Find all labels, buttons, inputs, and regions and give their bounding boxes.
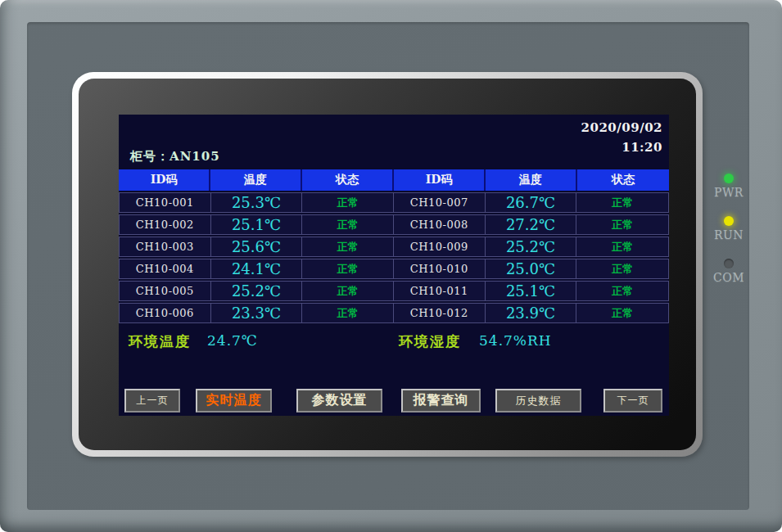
channel-status: 正常 [576, 237, 668, 256]
table-row: CH10-006 23.3℃ 正常 CH10-012 23.9℃ 正常 [119, 303, 669, 323]
channel-status: 正常 [302, 259, 394, 278]
environment-row: 环境温度 24.7℃ 环境湿度 54.7%RH [119, 331, 669, 354]
com-indicator: COM [713, 259, 744, 284]
col-header-temp-2: 温度 [486, 169, 577, 191]
run-led-label: RUN [714, 228, 744, 241]
col-header-status-2: 状态 [577, 169, 669, 191]
history-data-button[interactable]: 历史数据 [495, 389, 581, 413]
channel-id: CH10-003 [120, 237, 211, 256]
channel-id: CH10-007 [394, 193, 486, 212]
channel-temp: 25.6℃ [211, 237, 303, 256]
channel-temp: 25.2℃ [486, 237, 577, 256]
col-header-status-1: 状态 [302, 169, 394, 191]
param-settings-button[interactable]: 参数设置 [296, 389, 382, 413]
prev-page-button[interactable]: 上一页 [124, 389, 180, 413]
next-page-button[interactable]: 下一页 [603, 389, 662, 413]
channel-status: 正常 [302, 282, 394, 300]
table-row: CH10-005 25.2℃ 正常 CH10-011 25.1℃ 正常 [119, 281, 669, 301]
table-row: CH10-003 25.6℃ 正常 CH10-009 25.2℃ 正常 [119, 237, 669, 257]
col-header-id-1: ID码 [119, 169, 210, 191]
env-temp-label: 环境温度 [129, 332, 191, 351]
table-header-row: ID码 温度 状态 ID码 温度 状态 [119, 169, 669, 191]
channel-status: 正常 [576, 304, 668, 322]
pwr-led-label: PWR [714, 186, 744, 199]
channel-id: CH10-010 [394, 259, 486, 278]
channel-temp: 24.1℃ [211, 259, 303, 278]
channel-temp: 27.2℃ [486, 215, 577, 234]
channel-temp: 25.1℃ [211, 215, 303, 234]
channel-temp: 25.1℃ [486, 282, 577, 300]
env-humidity-label: 环境湿度 [399, 332, 461, 351]
channel-temp: 25.0℃ [486, 259, 577, 278]
channel-id: CH10-011 [394, 282, 486, 300]
channel-id: CH10-012 [394, 304, 486, 322]
table-row: CH10-004 24.1℃ 正常 CH10-010 25.0℃ 正常 [119, 259, 669, 279]
channel-temp: 23.3℃ [211, 304, 303, 322]
cabinet-label: 柜号：AN105 [130, 149, 220, 165]
alarm-query-button[interactable]: 报警查询 [401, 389, 481, 413]
channel-status: 正常 [302, 215, 394, 234]
pwr-led-icon [724, 174, 734, 183]
run-led-icon [724, 216, 734, 226]
channel-status: 正常 [576, 282, 668, 300]
channel-status: 正常 [302, 193, 394, 212]
channel-status: 正常 [576, 259, 668, 278]
channel-id: CH10-002 [120, 215, 211, 234]
hmi-device-frame: 2020/09/02 11:20 柜号：AN105 ID码 温度 状态 ID码 … [0, 0, 782, 532]
col-header-temp-1: 温度 [210, 169, 302, 191]
col-header-id-2: ID码 [394, 169, 486, 191]
pwr-indicator: PWR [714, 174, 744, 199]
channel-status: 正常 [302, 304, 394, 322]
time-text: 11:20 [581, 138, 662, 157]
env-temp-value: 24.7℃ [207, 332, 258, 349]
table-row: CH10-002 25.1℃ 正常 CH10-008 27.2℃ 正常 [119, 214, 669, 235]
table-row: CH10-001 25.3℃ 正常 CH10-007 26.7℃ 正常 [119, 192, 669, 213]
channel-id: CH10-001 [120, 193, 211, 212]
realtime-temp-button[interactable]: 实时温度 [196, 389, 272, 413]
com-led-icon [724, 259, 734, 268]
channel-id: CH10-005 [120, 282, 211, 300]
nav-button-bar: 上一页 实时温度 参数设置 报警查询 历史数据 下一页 [119, 389, 669, 413]
datetime-display: 2020/09/02 11:20 [581, 118, 662, 157]
channel-id: CH10-006 [120, 304, 211, 322]
env-humidity-value: 54.7%RH [479, 332, 552, 349]
led-indicator-panel: PWR RUN COM [706, 174, 752, 301]
channel-status: 正常 [576, 193, 668, 212]
lcd-display: 2020/09/02 11:20 柜号：AN105 ID码 温度 状态 ID码 … [119, 115, 669, 416]
channel-temp: 25.3℃ [211, 193, 303, 212]
date-text: 2020/09/02 [581, 118, 662, 138]
channel-id: CH10-004 [120, 259, 211, 278]
com-led-label: COM [713, 271, 744, 284]
channel-status: 正常 [576, 215, 668, 234]
temperature-table: ID码 温度 状态 ID码 温度 状态 CH10-001 25.3℃ 正常 CH… [119, 169, 669, 323]
run-indicator: RUN [714, 216, 744, 241]
channel-id: CH10-009 [394, 237, 486, 256]
channel-temp: 26.7℃ [486, 193, 577, 212]
channel-temp: 23.9℃ [486, 304, 577, 322]
channel-id: CH10-008 [394, 215, 486, 234]
channel-temp: 25.2℃ [211, 282, 303, 300]
channel-status: 正常 [302, 237, 394, 256]
